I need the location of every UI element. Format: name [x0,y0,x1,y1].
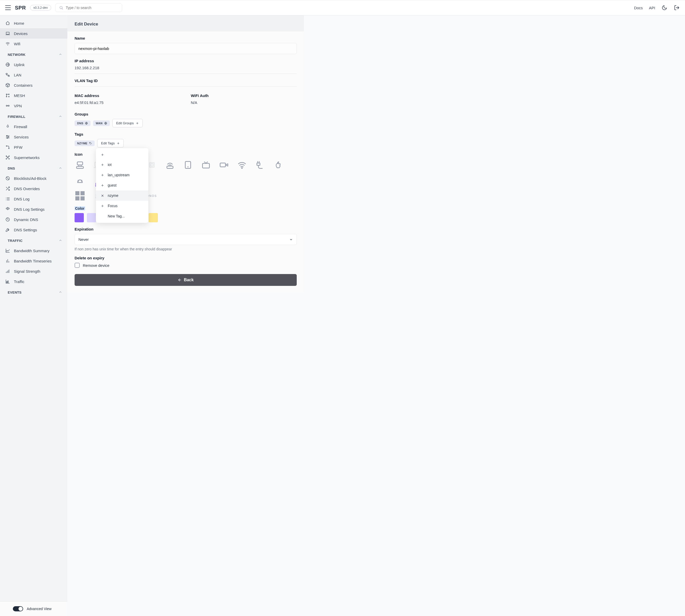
tool-icon [5,227,10,232]
sidebar-section-dns[interactable]: DNS [0,162,67,173]
plus-icon [100,204,104,208]
wifi-icon[interactable] [236,159,247,170]
ip-value: 192.168.2.218 [74,66,297,70]
search-input[interactable] [66,6,118,10]
router-icon[interactable] [74,159,85,170]
docs-link[interactable]: Docs [634,6,643,10]
wired-icon[interactable] [255,159,265,170]
sidebar-item-dynamic-dns[interactable]: Dynamic DNS [0,214,67,225]
sidebar-item-label: Home [14,21,24,25]
svg-rect-60 [8,281,8,283]
camera-icon[interactable] [219,159,229,170]
svg-rect-82 [77,162,83,165]
topbar-links: Docs API [634,5,680,11]
menu-toggle-icon[interactable] [5,5,11,10]
tag-option-new-tag-[interactable]: New Tag... [96,211,149,221]
sidebar-item-devices[interactable]: Devices [0,28,67,39]
sidebar-item-pfw[interactable]: PFW [0,142,67,152]
expiration-select[interactable]: Never [74,234,297,245]
tag-option-nzyme[interactable]: nzyme [96,191,149,201]
tag-option-iot[interactable]: iot [96,159,149,170]
sidebar-item-dns-overrides[interactable]: DNS Overrides [0,183,67,194]
theme-toggle-icon[interactable] [661,5,667,11]
chevron-up-icon [59,239,62,243]
tag-option-add[interactable] [96,150,149,159]
name-input[interactable] [74,43,297,54]
sidebar-item-firewall[interactable]: Firewall [0,122,67,132]
x-icon [100,194,104,197]
advanced-view-toggle[interactable] [13,606,23,611]
sidebar-section-firewall[interactable]: FIREWALL [0,111,67,122]
tablet-icon[interactable] [183,159,193,170]
svg-point-31 [6,158,7,159]
tag-option-lan-upstream[interactable]: lan_upstream [96,170,149,180]
svg-rect-3 [6,32,9,34]
sidebar-item-label: Supernetworks [14,155,40,160]
sidebar-item-home[interactable]: Home [0,18,67,28]
wifi-router-icon[interactable] [164,159,175,170]
sidebar-item-dns-settings[interactable]: DNS Settings [0,225,67,235]
chart-icon [5,248,10,253]
sidebar-item-signal-strength[interactable]: Signal Strength [0,266,67,276]
sidebar-item-bandwidth-timeseries[interactable]: Bandwidth Timeseries [0,256,67,266]
box-icon [5,83,10,88]
svg-line-39 [6,187,7,188]
api-link[interactable]: API [649,6,655,10]
vpn-icon [5,103,10,108]
delete-label: Delete on expiry [74,256,297,260]
tag-option-focus[interactable]: Focus [96,201,149,211]
android-icon[interactable] [74,178,85,188]
expiration-label: Expiration [74,227,297,231]
sidebar-item-uplink[interactable]: Uplink [0,60,67,70]
sidebar-item-traffic[interactable]: Traffic [0,276,67,287]
plus-icon [100,183,104,187]
sidebar-item-containers[interactable]: Containers [0,80,67,90]
tv-icon[interactable] [201,159,211,170]
color-swatch-6[interactable] [149,213,158,222]
search-input-wrapper[interactable] [55,3,122,12]
color-swatch-1[interactable] [87,213,96,222]
sidebar-item-supernetworks[interactable]: Supernetworks [0,152,67,162]
sidebar-section-events[interactable]: EVENTS [0,287,67,297]
edit-tags-button[interactable]: Edit Tags [97,139,124,148]
plus-icon [100,163,104,167]
sidebar-item-label: Traffic [14,280,24,284]
bars-icon [5,258,10,263]
svg-rect-99 [220,163,226,167]
logout-icon[interactable] [674,5,680,11]
svg-line-34 [8,156,9,157]
lan-icon [5,72,10,78]
sidebar-item-label: Containers [14,83,33,87]
sidebar-item-vpn[interactable]: VPN [0,101,67,111]
arrow-left-icon [178,278,182,282]
sidebar-item-wifi[interactable]: Wifi [0,39,67,49]
sidebar-item-dns-log-settings[interactable]: DNS Log Settings [0,204,67,214]
wifi-value: N/A [191,100,297,105]
windows-icon[interactable] [74,191,85,201]
edit-groups-button[interactable]: Edit Groups [112,119,143,127]
sidebar-item-bandwidth-summary[interactable]: Bandwidth Summary [0,245,67,256]
refresh-icon [5,217,10,222]
sidebar-item-mesh[interactable]: MESH [0,90,67,101]
plus-icon [117,142,120,145]
sidebar-item-services[interactable]: Services [0,132,67,142]
plus-icon [136,122,139,125]
gear-icon [5,206,10,212]
tags-label: Tags [74,132,297,136]
tag-option-guest[interactable]: guest [96,180,149,191]
sidebar-item-label: DNS Log [14,197,29,201]
home-icon [5,21,10,26]
sidebar-item-dns-log[interactable]: DNS Log [0,194,67,204]
sidebar-item-lan[interactable]: LAN [0,70,67,80]
sidebar-section-traffic[interactable]: TRAFFIC [0,235,67,245]
color-swatch-0[interactable] [74,213,84,222]
back-button[interactable]: Back [74,274,297,286]
sidebar-item-label: Devices [14,31,27,36]
sidebar-item-label: Firewall [14,125,27,129]
sidebar-item-blocklists-ad-block[interactable]: Blocklists/Ad-Block [0,173,67,183]
remove-device-checkbox[interactable] [74,263,80,268]
ban-icon [5,176,10,181]
sidebar-section-network[interactable]: NETWORK [0,49,67,60]
apple-icon[interactable] [273,159,283,170]
expiration-helper: If non zero has unix time for when the e… [74,247,297,251]
